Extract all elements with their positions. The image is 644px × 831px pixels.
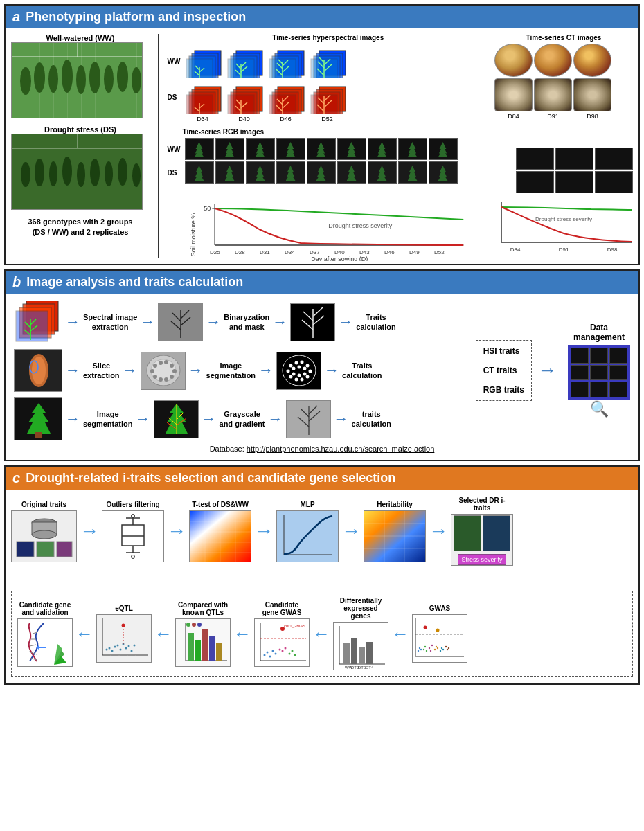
- hyper-img-ww-2: [226, 44, 267, 78]
- data-cell-2: [590, 348, 608, 364]
- hyper-img-ww-3: [268, 44, 308, 78]
- svg-point-169: [292, 366, 296, 370]
- database-label: Database:: [210, 445, 244, 453]
- ct-trait-row: CT traits: [483, 366, 524, 375]
- ct-ds-2: [534, 78, 572, 111]
- selected-photo-2: [483, 515, 510, 551]
- arrow-3: →: [254, 521, 274, 541]
- arrow-bottom-2: ←: [154, 625, 172, 643]
- svg-rect-284: [351, 638, 357, 664]
- mlp-label: MLP: [300, 501, 314, 508]
- rgb-trait-row: RGB traits: [483, 385, 524, 395]
- svg-rect-291: [413, 615, 467, 662]
- svg-text:D49: D49: [409, 249, 419, 256]
- arrow-ct-1: →: [65, 361, 80, 379]
- ct-label-2: Imagesegmentation: [206, 361, 256, 381]
- dashed-traits-block: HSI traits CT traits RGB traits: [476, 340, 532, 401]
- svg-point-171: [303, 366, 307, 370]
- svg-point-19: [77, 162, 85, 187]
- ww-rgb-label: WW: [168, 145, 183, 153]
- section-c-header: c Drought-related i-traits selection and…: [6, 467, 638, 490]
- rgb-r-ww-1: [516, 148, 554, 170]
- svg-point-269: [272, 650, 274, 652]
- svg-text:DT4: DT4: [366, 665, 374, 670]
- flow-outliers: Outliers filtering: [102, 501, 164, 562]
- svg-text:D98: D98: [607, 247, 618, 253]
- svg-rect-157: [277, 352, 321, 390]
- svg-rect-122: [16, 311, 48, 341]
- data-cell-5: [590, 365, 608, 381]
- data-cell-4: [571, 365, 589, 381]
- svg-text:D31: D31: [259, 249, 269, 256]
- ww-hyper-images: [185, 44, 350, 78]
- original-traits-label: Original traits: [21, 501, 66, 508]
- arrow-rgb-3: →: [202, 410, 217, 428]
- flow-deg: Differentiallyexpressed genes WW: [333, 597, 388, 670]
- ww-hyper-row: WW: [168, 44, 490, 78]
- rgb-ds-4: [276, 161, 305, 184]
- arrow-rgb-4: →: [268, 410, 283, 428]
- section-c-label: c: [12, 470, 20, 486]
- hyper-img-ww-4: [310, 44, 350, 78]
- svg-point-274: [289, 652, 291, 654]
- day-d34: D34: [183, 116, 223, 123]
- rgb-right-ww: [516, 148, 633, 170]
- down-arrow-selected: ↓: [478, 562, 485, 566]
- rgb-step1-label: Imagesegmentation: [83, 409, 133, 429]
- heritability-label: Heritability: [377, 501, 413, 508]
- qtl-compare-label: Compared withknown QTLs: [178, 601, 228, 616]
- rgb-ds-8: [398, 161, 427, 184]
- rgb-label-1: Imagesegmentation: [83, 409, 133, 429]
- svg-point-242: [125, 647, 127, 650]
- svg-point-204: [132, 555, 135, 558]
- svg-point-203: [132, 514, 135, 517]
- svg-point-267: [267, 651, 269, 653]
- svg-point-164: [306, 375, 310, 378]
- flow-original-traits: Original traits: [11, 501, 77, 562]
- svg-point-271: [279, 648, 281, 650]
- svg-point-6: [62, 60, 73, 93]
- rgb-gray-img: [286, 400, 331, 438]
- svg-point-15: [21, 162, 30, 187]
- svg-text:50: 50: [204, 205, 211, 212]
- ct-cob-img: [14, 349, 62, 392]
- selected-photo-1: [454, 515, 481, 551]
- arrow-bottom-4: ←: [312, 625, 330, 643]
- svg-point-22: [118, 158, 127, 186]
- svg-point-310: [447, 649, 448, 650]
- svg-point-312: [424, 626, 427, 629]
- rgb-step2-label: Grayscaleand gradient: [220, 409, 265, 429]
- ww-rgb-images: [185, 138, 458, 160]
- rgb-r-ww-2: [555, 148, 593, 170]
- svg-text:D84: D84: [510, 247, 521, 253]
- svg-text:D25: D25: [209, 249, 220, 256]
- arrow-4: →: [341, 521, 361, 541]
- svg-point-162: [306, 364, 310, 367]
- svg-point-155: [153, 375, 157, 379]
- qtl-compare-img: [175, 618, 231, 667]
- gwas-img: [412, 614, 467, 663]
- database-url[interactable]: http://plantphenomics.hzau.edu.cn/search…: [247, 445, 435, 453]
- svg-point-235: [106, 649, 108, 651]
- rgb-ds-7: [368, 161, 397, 184]
- data-management-section: Datamanagement 🔍: [562, 323, 630, 418]
- svg-point-147: [153, 364, 157, 368]
- svg-text:Drought stress severity: Drought stress severity: [535, 216, 592, 222]
- svg-text:D28: D28: [234, 249, 244, 256]
- svg-point-272: [282, 650, 284, 652]
- arrow-hsi-1: →: [65, 313, 80, 331]
- ct-ww-row: [494, 44, 633, 77]
- svg-point-5: [48, 65, 58, 93]
- flow-candidate-gwas: Candidategene GWAS: [254, 601, 310, 667]
- section-b-label: b: [12, 274, 21, 290]
- ct-label-3: Traitscalculation: [342, 361, 382, 381]
- svg-point-244: [131, 650, 133, 652]
- svg-point-239: [117, 645, 119, 647]
- mlp-img: [276, 510, 339, 562]
- svg-text:Day after sowing (D): Day after sowing (D): [311, 256, 368, 261]
- rgb-title: Time-series RGB images: [168, 128, 634, 136]
- svg-point-261: [192, 623, 196, 627]
- arrow-hsi-2: →: [140, 313, 155, 331]
- flow-heritability: Heritability: [364, 501, 426, 562]
- ww-greenhouse-img: [11, 42, 143, 118]
